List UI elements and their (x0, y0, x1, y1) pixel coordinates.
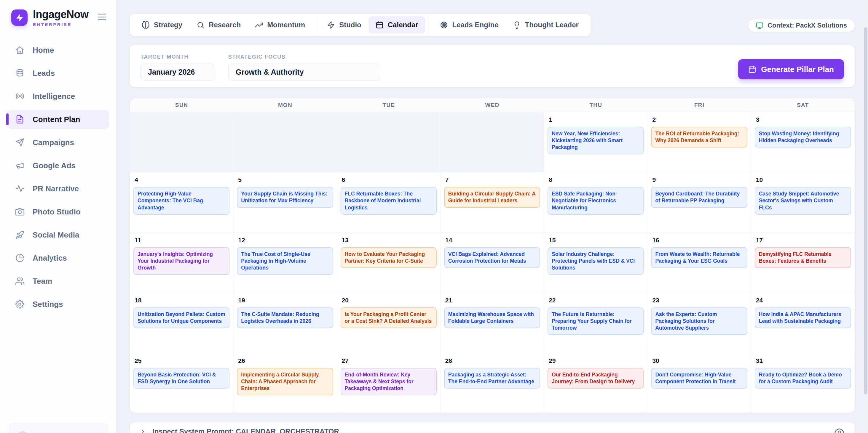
calendar-event[interactable]: Unitization Beyond Pallets: Custom Solut… (133, 307, 229, 328)
calendar-day-cell-27[interactable]: 27End-of-Month Review: Key Takeaways & N… (337, 353, 440, 413)
calendar-event[interactable]: End-of-Month Review: Key Takeaways & Nex… (341, 368, 437, 395)
sidebar-item-analytics[interactable]: Analytics (7, 248, 109, 267)
tab-research[interactable]: Research (189, 16, 248, 33)
tab-label: Momentum (267, 21, 305, 29)
tab-thought-leader[interactable]: Thought Leader (506, 16, 586, 33)
calendar-day-cell-21[interactable]: 21Maximizing Warehouse Space with Foldab… (440, 293, 544, 353)
calendar-event[interactable]: Maximizing Warehouse Space with Foldable… (444, 307, 540, 328)
tab-divider (429, 13, 429, 36)
calendar-day-cell-15[interactable]: 15Solar Industry Challenge: Protecting P… (544, 232, 647, 293)
calendar-event[interactable]: From Waste to Wealth: Returnable Packagi… (651, 247, 747, 268)
day-number: 22 (549, 297, 644, 304)
calendar-day-cell-7[interactable]: 7Building a Circular Supply Chain: A Gui… (440, 172, 544, 232)
calendar-event[interactable]: Protecting High-Value Components: The VC… (133, 187, 229, 214)
calendar-day-cell-24[interactable]: 24How India & APAC Manufacturers Lead wi… (751, 293, 855, 353)
calendar-event[interactable]: Beyond Cardboard: The Durability of Retu… (651, 187, 747, 208)
calendar-day-cell-5[interactable]: 5Your Supply Chain is Missing This: Unit… (233, 172, 337, 232)
sidebar-collapse-button[interactable] (98, 13, 106, 20)
calendar-event[interactable]: Case Study Snippet: Automotive Sector's … (755, 187, 851, 214)
calendar-day-cell-23[interactable]: 23Ask the Experts: Custom Packaging Solu… (647, 293, 751, 353)
sidebar: IngageNow ENTERPRISE HomeLeadsIntelligen… (0, 0, 117, 433)
calendar-event[interactable]: Demystifying FLC Returnable Boxes: Featu… (755, 247, 851, 268)
tab-leads-engine[interactable]: Leads Engine (433, 16, 505, 33)
calendar-event[interactable]: Beyond Basic Protection: VCI & ESD Syner… (133, 368, 229, 389)
system-prompt-bar[interactable]: Inspect System Prompt: CALENDAR_ORCHESTR… (129, 422, 855, 433)
sidebar-item-content-plan[interactable]: Content Plan (7, 110, 109, 129)
calendar-event[interactable]: Solar Industry Challenge: Protecting Pan… (548, 247, 644, 275)
calendar-day-cell-2[interactable]: 2The ROI of Returnable Packaging: Why 20… (647, 112, 751, 172)
target-month-input[interactable] (141, 64, 215, 80)
sidebar-item-google-ads[interactable]: Google Ads (7, 156, 109, 175)
tab-momentum[interactable]: Momentum (248, 16, 312, 33)
calendar-day-cell-11[interactable]: 11January's Insights: Optimizing Your In… (130, 232, 233, 293)
calendar-event[interactable]: New Year, New Efficiencies: Kickstarting… (548, 127, 644, 154)
calendar-event[interactable]: Ready to Optimize? Book a Demo for a Cus… (755, 368, 851, 389)
calendar-day-cell-10[interactable]: 10Case Study Snippet: Automotive Sector'… (751, 172, 855, 232)
calendar-day-cell-6[interactable]: 6FLC Returnable Boxes: The Backbone of M… (337, 172, 440, 232)
sidebar-item-team[interactable]: Team (7, 272, 109, 291)
calendar-day-cell-25[interactable]: 25Beyond Basic Protection: VCI & ESD Syn… (130, 353, 233, 413)
calendar-event[interactable]: How to Evaluate Your Packaging Partner: … (341, 247, 437, 268)
calendar-event[interactable]: VCI Bags Explained: Advanced Corrosion P… (444, 247, 540, 268)
generate-pillar-plan-button[interactable]: Generate Pillar Plan (738, 59, 844, 79)
tab-calendar[interactable]: Calendar (369, 16, 425, 33)
sidebar-item-settings[interactable]: Settings (7, 295, 109, 314)
tab-studio[interactable]: Studio (320, 16, 369, 33)
calendar-day-cell-1[interactable]: 1New Year, New Efficiencies: Kickstartin… (544, 112, 647, 172)
calendar-day-cell-13[interactable]: 13How to Evaluate Your Packaging Partner… (337, 232, 440, 293)
megaphone-icon (16, 161, 24, 170)
calendar-day-cell-19[interactable]: 19The C-Suite Mandate: Reducing Logistic… (233, 293, 337, 353)
calendar-event[interactable]: Your Supply Chain is Missing This: Uniti… (237, 187, 333, 208)
sidebar-item-home[interactable]: Home (7, 41, 109, 60)
calendar-event[interactable]: Building a Circular Supply Chain: A Guid… (444, 187, 540, 208)
calendar-event[interactable]: Stop Wasting Money: Identifying Hidden P… (755, 127, 851, 147)
calendar-event[interactable]: The C-Suite Mandate: Reducing Logistics … (237, 307, 333, 328)
calendar-event[interactable]: The True Cost of Single-Use Packaging in… (237, 247, 333, 275)
day-header-fri: FRI (647, 98, 751, 112)
eye-icon[interactable] (835, 427, 844, 433)
calendar-day-cell-3[interactable]: 3Stop Wasting Money: Identifying Hidden … (751, 112, 855, 172)
calendar-event[interactable]: ESD Safe Packaging: Non-Negotiable for E… (548, 187, 644, 214)
calendar-event[interactable]: How India & APAC Manufacturers Lead with… (755, 307, 851, 328)
context-badge[interactable]: Context: PackX Solutions (748, 19, 855, 32)
sidebar-item-campaigns[interactable]: Campaigns (7, 133, 109, 152)
calendar-event[interactable]: Implementing a Circular Supply Chain: A … (237, 368, 333, 395)
scrollbar-thumb[interactable] (864, 27, 867, 395)
calendar-day-cell-4[interactable]: 4Protecting High-Value Components: The V… (130, 172, 233, 232)
strategic-focus-input[interactable] (228, 64, 380, 80)
calendar-day-cell-9[interactable]: 9Beyond Cardboard: The Durability of Ret… (647, 172, 751, 232)
calendar-day-cell-14[interactable]: 14VCI Bags Explained: Advanced Corrosion… (440, 232, 544, 293)
calendar-event[interactable]: January's Insights: Optimizing Your Indu… (133, 247, 229, 275)
calendar-day-cell-20[interactable]: 20Is Your Packaging a Profit Center or a… (337, 293, 440, 353)
sidebar-item-label: Leads (33, 69, 55, 78)
calendar-day-cell-18[interactable]: 18Unitization Beyond Pallets: Custom Sol… (130, 293, 233, 353)
calendar-day-cell-22[interactable]: 22The Future is Returnable: Preparing Yo… (544, 293, 647, 353)
sidebar-item-label: Photo Studio (33, 207, 81, 216)
calendar-event[interactable]: The Future is Returnable: Preparing Your… (548, 307, 644, 335)
calendar-day-cell-17[interactable]: 17Demystifying FLC Returnable Boxes: Fea… (751, 232, 855, 293)
user-card[interactable]: User (9, 423, 108, 433)
calendar-event[interactable]: Ask the Experts: Custom Packaging Soluti… (651, 307, 747, 335)
sidebar-item-social-media[interactable]: Social Media (7, 225, 109, 244)
sidebar-item-pr-narrative[interactable]: PR Narrative (7, 179, 109, 198)
calendar-event[interactable]: Don't Compromise: High-Value Component P… (651, 368, 747, 389)
calendar-event[interactable]: The ROI of Returnable Packaging: Why 202… (651, 127, 747, 147)
calendar-day-cell-16[interactable]: 16From Waste to Wealth: Returnable Packa… (647, 232, 751, 293)
calendar-day-cell-26[interactable]: 26Implementing a Circular Supply Chain: … (233, 353, 337, 413)
calendar-day-cell-29[interactable]: 29Our End-to-End Packaging Journey: From… (544, 353, 647, 413)
scrollbar[interactable] (863, 0, 868, 433)
calendar-event[interactable]: Is Your Packaging a Profit Center or a C… (341, 307, 437, 328)
calendar-event[interactable]: FLC Returnable Boxes: The Backbone of Mo… (341, 187, 437, 214)
sidebar-item-photo-studio[interactable]: Photo Studio (7, 202, 109, 221)
calendar-day-cell-12[interactable]: 12The True Cost of Single-Use Packaging … (233, 232, 337, 293)
calendar-day-cell-8[interactable]: 8ESD Safe Packaging: Non-Negotiable for … (544, 172, 647, 232)
calendar-day-cell-28[interactable]: 28Packaging as a Strategic Asset: The En… (440, 353, 544, 413)
calendar-event[interactable]: Packaging as a Strategic Asset: The End-… (444, 368, 540, 389)
pillar-plan-form: TARGET MONTH STRATEGIC FOCUS Generate Pi… (129, 45, 855, 87)
calendar-day-cell-31[interactable]: 31Ready to Optimize? Book a Demo for a C… (751, 353, 855, 413)
calendar-event[interactable]: Our End-to-End Packaging Journey: From D… (548, 368, 644, 389)
tab-strategy[interactable]: Strategy (134, 16, 189, 33)
calendar-day-cell-30[interactable]: 30Don't Compromise: High-Value Component… (647, 353, 751, 413)
sidebar-item-leads[interactable]: Leads (7, 64, 109, 82)
sidebar-item-intelligence[interactable]: Intelligence (7, 87, 109, 106)
